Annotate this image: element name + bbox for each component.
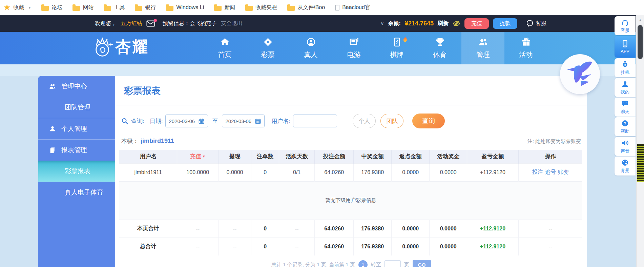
bookmark-item[interactable]: 银行 (135, 4, 156, 11)
svg-text:¥: ¥ (624, 63, 626, 66)
scroll-up-arrow[interactable]: ▲ (637, 18, 644, 22)
sidebar-item-live-esports[interactable]: 真人电子体育 (38, 182, 115, 203)
sound-icon (621, 139, 629, 147)
customer-service-button[interactable]: 客服 (526, 20, 546, 27)
col-actions: 操作 (518, 150, 582, 163)
sidebar-item-team-manage[interactable]: 团队管理 (38, 97, 115, 118)
chevron-down-icon: ▼ (28, 6, 32, 9)
refresh-button[interactable]: 刷新 (438, 20, 449, 27)
bookmark-item[interactable]: 论坛 (41, 4, 62, 11)
sidebar-item-personal-manage[interactable]: 个人管理 (38, 118, 115, 139)
manage-icon (478, 37, 488, 47)
page-unit-label: 页 (404, 262, 409, 267)
nav-item-lottery[interactable]: 彩票 (246, 32, 289, 64)
crown-emblem-icon (92, 36, 114, 58)
to-label: 至 (212, 117, 218, 125)
scrollbar-thumb[interactable] (638, 25, 643, 59)
favorites-menu[interactable]: ★ 收藏 ▼ (3, 3, 31, 12)
search-button[interactable]: 查询 (412, 114, 445, 128)
toolbar-sound[interactable]: 声音 (615, 137, 636, 156)
account-username: 五万红钻 (121, 20, 142, 27)
browser-scrollbar[interactable]: ▲ (636, 15, 644, 267)
logout-button[interactable]: 安全退出 (221, 20, 243, 27)
pagination-summary: 总计 1 个记录, 分为 1 页, 当前第 1 页 (271, 262, 355, 267)
username-label: 用户名: (271, 117, 290, 125)
team-button[interactable]: 团队 (380, 114, 403, 128)
pagination: 总计 1 个记录, 分为 1 页, 当前第 1 页 1 转至 页 GO (115, 260, 587, 267)
col-username: 用户名 (119, 150, 177, 163)
bet-action-link[interactable]: 投注 (532, 169, 543, 175)
message-button[interactable] (146, 20, 155, 27)
table-header-row: 用户名 充值▼ 提现 注单数 活跃天数 投注金额 中奖金额 返点金额 活动奖金 … (119, 150, 582, 163)
live-casino-icon (306, 37, 316, 47)
chevron-down-icon[interactable]: ∨ (380, 21, 384, 26)
sidebar-item-lottery-report[interactable]: 彩票报表 (38, 161, 115, 182)
empty-message: 暂无下级用户彩票信息 (119, 181, 582, 220)
topbar-right: ∨ 余额: ¥214.7645 刷新 充值 提款 客服 (380, 18, 546, 29)
bookmark-item[interactable]: 从文件\Boo (287, 4, 325, 11)
chat-icon (621, 100, 629, 108)
eye-off-button[interactable] (453, 20, 460, 27)
nav-item-live-casino[interactable]: 真人 (289, 32, 332, 64)
sidebar-item-report-manage[interactable]: 报表管理 (38, 140, 115, 161)
account-change-link[interactable]: 账变 (558, 169, 569, 175)
bookmark-item[interactable]: 新闻 (214, 4, 235, 11)
date-from-input[interactable]: 2020-03-06 (165, 115, 208, 127)
page-total-label: 本页合计 (119, 220, 177, 238)
personal-button[interactable]: 个人 (353, 114, 376, 128)
home-icon (220, 37, 230, 47)
col-withdraw: 提现 (219, 150, 251, 163)
nav-item-chess-cards[interactable]: 棋牌 (375, 32, 418, 64)
toolbar-chat[interactable]: 聊天 (615, 98, 636, 117)
search-icon (121, 118, 128, 125)
nav-item-home[interactable]: 首页 (203, 32, 246, 64)
users-icon (49, 83, 56, 90)
bookmark-item[interactable]: Windows Li (166, 4, 204, 11)
brand-logo[interactable]: 杏耀 (92, 36, 149, 58)
bookmark-item[interactable]: Baacloud官 (335, 4, 370, 11)
account-topbar: 欢迎您， 五万红钻 预留信息：会飞的燕子 安全退出 ∨ 余额: ¥214.764… (0, 15, 644, 32)
slot-games-icon (349, 37, 359, 47)
sidebar-item-manage-center[interactable]: 管理中心 (38, 76, 115, 97)
goto-label: 转至 (371, 262, 381, 267)
username-input[interactable] (293, 115, 337, 127)
toolbar-help[interactable]: ? 帮助 (615, 117, 636, 136)
toolbar-app[interactable]: APP (615, 36, 636, 58)
bookmark-item[interactable]: 收藏夹栏 (245, 4, 277, 11)
go-button[interactable]: GO (413, 260, 431, 267)
level-username[interactable]: jimbird1911 (141, 138, 174, 145)
col-recharge[interactable]: 充值▼ (177, 150, 219, 163)
bookmark-item[interactable]: 网站 (72, 4, 94, 11)
nav-item-manage[interactable]: 管理 (461, 32, 504, 64)
chess-cards-icon (392, 37, 402, 47)
date-to-input[interactable]: 2020-03-06 (222, 115, 265, 127)
chase-action-link[interactable]: 追号 (545, 169, 556, 175)
lottery-icon (263, 37, 273, 47)
favorites-label: 收藏 (14, 4, 24, 11)
row-username-link[interactable]: jimbird1911 (119, 163, 177, 181)
report-icon (49, 146, 56, 154)
toolbar-auto-bet[interactable]: ¥ 挂机 (615, 58, 636, 77)
welcome-text: 欢迎您， (95, 20, 117, 27)
sort-desc-icon: ▼ (202, 155, 206, 158)
nav-item-sports[interactable]: 体育 (418, 32, 461, 64)
toolbar-customer-service[interactable]: 客服 (615, 16, 636, 35)
withdraw-button[interactable]: 提款 (493, 18, 517, 29)
goto-page-input[interactable] (385, 260, 401, 267)
page-icon (335, 5, 339, 11)
date-label: 日期: (150, 117, 163, 125)
nav-item-slot-games[interactable]: 电游 (332, 32, 375, 64)
folder-icon (214, 6, 222, 11)
bird-widget[interactable] (560, 54, 600, 94)
background-icon (621, 159, 629, 167)
recharge-button[interactable]: 充值 (464, 18, 489, 29)
toolbar-background[interactable]: 背景 (615, 157, 636, 176)
bookmark-item[interactable]: 工具 (104, 4, 125, 11)
user-icon (621, 80, 629, 88)
nav-item-promotions[interactable]: 活动 (504, 32, 547, 64)
folder-icon (287, 6, 295, 11)
folder-icon (166, 6, 173, 11)
notification-dot (154, 19, 157, 22)
toolbar-mine[interactable]: 我的 (615, 78, 636, 97)
page-number-button[interactable]: 1 (358, 260, 368, 267)
